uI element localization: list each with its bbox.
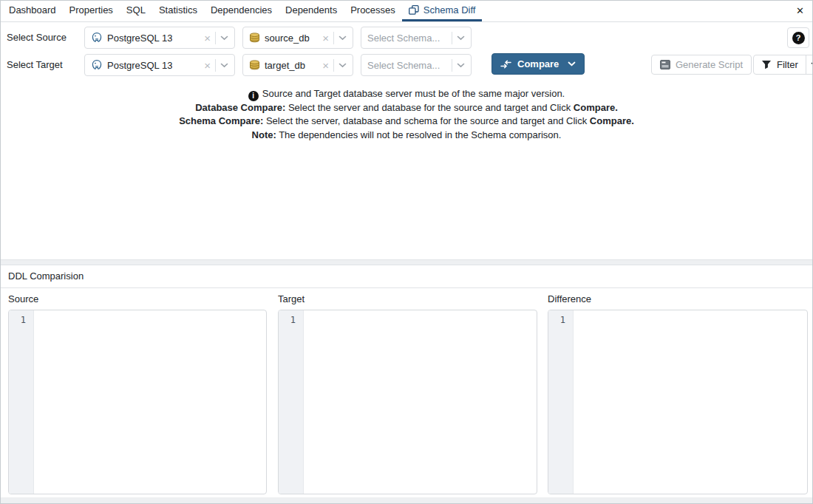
source-ddl-editor[interactable]: 1 xyxy=(8,310,267,494)
separator xyxy=(333,32,334,44)
source-database-select[interactable]: source_db × xyxy=(242,27,353,49)
selected-source-server: PostgreSQL 13 xyxy=(107,33,172,44)
tab-dependencies[interactable]: Dependencies xyxy=(204,1,279,21)
separator xyxy=(333,59,334,72)
source-code-area[interactable] xyxy=(34,310,266,494)
database-icon xyxy=(249,60,260,70)
source-schema-placeholder: Select Schema... xyxy=(367,33,440,44)
chevron-down-icon[interactable] xyxy=(457,63,465,68)
line-number-gutter: 1 xyxy=(279,310,304,494)
schema-diff-window: Dashboard Properties SQL Statistics Depe… xyxy=(0,0,813,504)
generate-script-label: Generate Script xyxy=(676,59,743,70)
chevron-down-icon[interactable] xyxy=(457,35,465,41)
separator xyxy=(215,59,216,72)
info-line-2: Database Compare: Select the server and … xyxy=(1,101,812,115)
compare-button[interactable]: Compare xyxy=(491,53,585,75)
help-icon: ? xyxy=(792,32,805,44)
chevron-down-icon[interactable] xyxy=(568,61,576,67)
generate-script-button[interactable]: Generate Script xyxy=(651,55,752,75)
separator xyxy=(452,59,452,72)
difference-code-area[interactable] xyxy=(574,310,807,494)
info-line-4: Note: The dependencies will not be resol… xyxy=(1,129,812,142)
difference-panel-label: Difference xyxy=(548,293,591,304)
script-icon xyxy=(660,60,670,69)
clear-icon[interactable]: × xyxy=(322,33,329,44)
info-line-2-bold2: Compare. xyxy=(574,102,618,113)
tab-bar: Dashboard Properties SQL Statistics Depe… xyxy=(1,1,812,22)
target-ddl-editor[interactable]: 1 xyxy=(278,310,537,494)
separator xyxy=(452,32,452,44)
schema-diff-controls: Select Source Select Target PostgreSQL 1… xyxy=(1,22,812,260)
info-line-3-bold2: Compare. xyxy=(590,115,634,126)
filter-icon xyxy=(761,60,772,69)
chevron-down-icon[interactable] xyxy=(220,35,228,41)
ddl-comparison-section: DDL Comparision Source Target Difference… xyxy=(1,265,812,497)
tab-processes[interactable]: Processes xyxy=(344,1,402,21)
difference-ddl-editor[interactable]: 1 xyxy=(548,310,808,494)
info-line-1-text: Source and Target database server must b… xyxy=(262,88,565,99)
selected-source-database: source_db xyxy=(265,33,310,44)
target-code-area[interactable] xyxy=(304,310,537,494)
source-panel-label: Source xyxy=(8,293,38,304)
compare-button-label: Compare xyxy=(517,58,559,69)
clear-icon[interactable]: × xyxy=(204,60,211,71)
postgresql-icon xyxy=(91,59,103,71)
info-line-3-text: Select the server, database and schema f… xyxy=(263,115,590,126)
target-database-select[interactable]: target_db × xyxy=(242,54,353,76)
close-icon[interactable]: ✕ xyxy=(796,5,804,17)
target-schema-select[interactable]: Select Schema... xyxy=(361,54,472,76)
info-line-4-bold: Note: xyxy=(252,129,276,140)
tab-statistics[interactable]: Statistics xyxy=(152,1,204,21)
chevron-down-icon[interactable] xyxy=(339,35,347,41)
clear-icon[interactable]: × xyxy=(204,33,211,44)
line-number-gutter: 1 xyxy=(9,310,34,494)
ddl-comparison-body: Source Target Difference 1 1 1 xyxy=(1,288,812,498)
selected-target-database: target_db xyxy=(265,60,305,71)
database-icon xyxy=(249,33,260,43)
selected-target-server: PostgreSQL 13 xyxy=(107,60,172,71)
tab-dependents[interactable]: Dependents xyxy=(279,1,344,21)
tab-properties[interactable]: Properties xyxy=(63,1,120,21)
target-server-select[interactable]: PostgreSQL 13 × xyxy=(84,54,235,76)
separator xyxy=(215,32,216,44)
source-server-select[interactable]: PostgreSQL 13 × xyxy=(84,27,235,49)
target-schema-placeholder: Select Schema... xyxy=(367,60,440,71)
info-line-3-bold: Schema Compare: xyxy=(179,115,263,126)
source-schema-select[interactable]: Select Schema... xyxy=(361,27,472,49)
filter-button-main[interactable]: Filter xyxy=(754,55,806,74)
filter-dropdown-toggle[interactable] xyxy=(806,55,813,74)
info-line-2-bold: Database Compare: xyxy=(195,102,285,113)
select-target-label: Select Target xyxy=(7,59,63,70)
ddl-comparison-title: DDL Comparision xyxy=(1,265,812,288)
clear-icon[interactable]: × xyxy=(322,60,329,71)
tab-schema-diff[interactable]: Schema Diff xyxy=(402,1,483,21)
chevron-down-icon[interactable] xyxy=(220,63,228,68)
info-line-2-text: Select the server and database for the s… xyxy=(285,102,574,113)
compare-icon xyxy=(500,60,511,69)
filter-label: Filter xyxy=(777,59,798,70)
select-source-label: Select Source xyxy=(7,32,67,43)
tab-sql[interactable]: SQL xyxy=(120,1,152,21)
postgresql-icon xyxy=(91,32,103,44)
info-icon: i xyxy=(248,91,259,101)
info-line-3: Schema Compare: Select the server, datab… xyxy=(1,115,812,128)
info-block: iSource and Target database server must … xyxy=(1,87,812,142)
schema-diff-icon xyxy=(409,5,419,15)
target-panel-label: Target xyxy=(278,293,305,304)
line-number-gutter: 1 xyxy=(548,310,574,494)
chevron-down-icon[interactable] xyxy=(339,63,347,68)
filter-button[interactable]: Filter xyxy=(753,55,813,75)
tab-label: Schema Diff xyxy=(423,4,476,16)
info-line-1: iSource and Target database server must … xyxy=(1,87,812,101)
tab-dashboard[interactable]: Dashboard xyxy=(2,1,63,21)
info-line-4-text: The dependencies will not be resolved in… xyxy=(276,129,562,140)
help-button[interactable]: ? xyxy=(787,27,809,48)
